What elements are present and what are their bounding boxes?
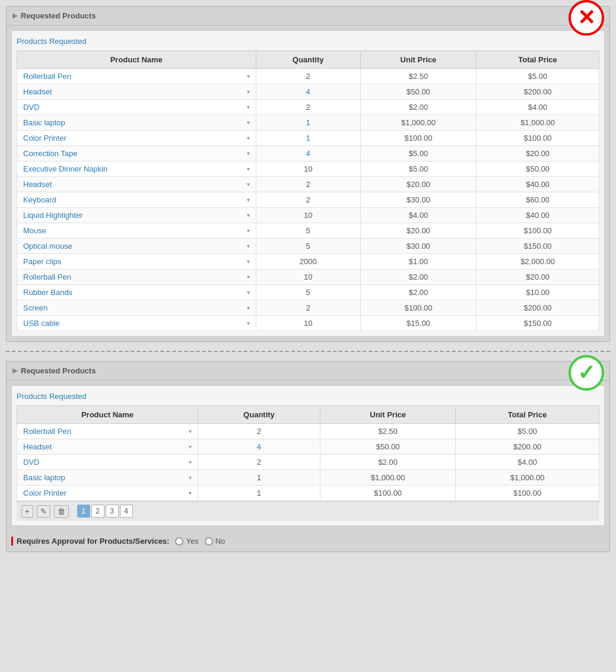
unit-price-cell: $30.00 — [360, 192, 476, 208]
product-cell[interactable]: Headset ▾ — [17, 439, 198, 455]
product-name: Paper clips — [23, 257, 61, 266]
section-divider — [6, 351, 610, 352]
product-cell[interactable]: Color Printer ▾ — [17, 131, 256, 146]
product-name: Basic laptop — [23, 473, 65, 482]
product-cell[interactable]: Rollerball Pen ▾ — [17, 69, 256, 84]
table-toolbar: + ✎ 🗑 1234 — [17, 501, 599, 521]
product-cell[interactable]: Basic laptop ▾ — [17, 470, 198, 486]
no-radio-option[interactable]: No — [205, 537, 226, 546]
product-name: Headset — [23, 180, 52, 189]
product-cell[interactable]: Liquid Highlighter ▾ — [17, 208, 256, 223]
product-cell[interactable]: Basic laptop ▾ — [17, 115, 256, 131]
total-price-cell: $5.00 — [456, 424, 599, 439]
top-table-title: Products Requested — [17, 36, 599, 47]
unit-price-cell: $20.00 — [360, 223, 476, 239]
total-price-cell: $200.00 — [477, 84, 599, 100]
unit-price-cell: $2.50 — [320, 424, 455, 439]
product-cell[interactable]: DVD ▾ — [17, 455, 198, 470]
table-row: Rollerball Pen ▾ 2 $2.50 $5.00 — [17, 424, 599, 439]
quantity-cell: 2 — [256, 69, 360, 84]
success-icon: ✓ — [577, 360, 595, 385]
approval-label: Requires Approval for Products/Services: — [11, 537, 169, 546]
add-row-button[interactable]: + — [21, 505, 33, 518]
unit-price-cell: $2.00 — [320, 455, 455, 470]
quantity-cell: 4 — [256, 84, 360, 100]
total-price-cell: $50.00 — [477, 161, 599, 177]
no-label: No — [215, 537, 226, 546]
dropdown-arrow-icon: ▾ — [247, 289, 250, 296]
product-cell[interactable]: USB cable ▾ — [17, 316, 256, 331]
product-name: Liquid Highlighter — [23, 211, 82, 220]
delete-row-button[interactable]: 🗑 — [54, 505, 69, 518]
dropdown-arrow-icon: ▾ — [247, 305, 250, 311]
dropdown-arrow-icon: ▾ — [247, 135, 250, 141]
product-cell[interactable]: Rollerball Pen ▾ — [17, 424, 198, 439]
bottom-col-quantity: Quantity — [198, 406, 320, 424]
product-name: Mouse — [23, 226, 46, 235]
product-cell[interactable]: Correction Tape ▾ — [17, 146, 256, 161]
unit-price-cell: $5.00 — [360, 146, 476, 161]
product-cell[interactable]: DVD ▾ — [17, 100, 256, 115]
top-panel-body: Products Requested Product Name Quantity… — [11, 30, 605, 337]
yes-label: Yes — [186, 537, 198, 546]
table-row: DVD ▾ 2 $2.00 $4.00 — [17, 455, 599, 470]
quantity-cell: 1 — [256, 115, 360, 131]
no-radio-circle — [205, 537, 213, 546]
product-name: DVD — [23, 458, 39, 467]
page-button-4[interactable]: 4 — [120, 505, 133, 518]
product-cell[interactable]: Keyboard ▾ — [17, 192, 256, 208]
quantity-cell: 2 — [198, 424, 320, 439]
product-cell[interactable]: Rubber Bands ▾ — [17, 285, 256, 300]
product-cell[interactable]: Optical mouse ▾ — [17, 239, 256, 254]
product-name: Rollerball Pen — [23, 427, 71, 436]
bottom-panel-title: Requested Products — [21, 366, 96, 375]
dropdown-arrow-icon: ▾ — [247, 258, 250, 265]
expand-arrow-icon-2: ▶ — [12, 367, 17, 375]
product-cell[interactable]: Mouse ▾ — [17, 223, 256, 239]
page-button-2[interactable]: 2 — [91, 505, 104, 518]
quantity-cell: 5 — [256, 239, 360, 254]
unit-price-cell: $4.00 — [360, 208, 476, 223]
page-button-3[interactable]: 3 — [106, 505, 119, 518]
product-cell[interactable]: Paper clips ▾ — [17, 254, 256, 270]
product-name: Rubber Bands — [23, 288, 72, 297]
unit-price-cell: $20.00 — [360, 177, 476, 192]
table-row: Headset ▾ 2 $20.00 $40.00 — [17, 177, 599, 192]
bottom-panel-header[interactable]: ▶ Requested Products — [7, 362, 609, 381]
total-price-cell: $100.00 — [456, 486, 599, 501]
dropdown-arrow-icon: ▾ — [247, 212, 250, 218]
total-price-cell: $200.00 — [477, 300, 599, 316]
table-row: USB cable ▾ 10 $15.00 $150.00 — [17, 316, 599, 331]
col-unit-price: Unit Price — [360, 51, 476, 69]
table-row: Paper clips ▾ 2000 $1.00 $2,000.00 — [17, 254, 599, 270]
yes-radio-option[interactable]: Yes — [175, 537, 198, 546]
bottom-col-product-name: Product Name — [17, 406, 198, 424]
edit-row-button[interactable]: ✎ — [37, 505, 50, 518]
product-cell[interactable]: Rollerball Pen ▾ — [17, 270, 256, 285]
unit-price-cell: $50.00 — [360, 84, 476, 100]
dropdown-arrow-icon: ▾ — [247, 274, 250, 280]
top-panel-header[interactable]: ▶ Requested Products — [7, 7, 609, 26]
yes-radio-circle — [175, 537, 183, 546]
product-cell[interactable]: Headset ▾ — [17, 177, 256, 192]
product-cell[interactable]: Headset ▾ — [17, 84, 256, 100]
col-quantity: Quantity — [256, 51, 360, 69]
table-row: Keyboard ▾ 2 $30.00 $60.00 — [17, 192, 599, 208]
page-button-1[interactable]: 1 — [77, 505, 90, 518]
product-name: DVD — [23, 103, 39, 112]
table-row: Basic laptop ▾ 1 $1,000.00 $1,000.00 — [17, 470, 599, 486]
total-price-cell: $40.00 — [477, 177, 599, 192]
bottom-table-header-row: Product Name Quantity Unit Price Total P… — [17, 406, 599, 424]
unit-price-cell: $100.00 — [360, 131, 476, 146]
product-cell[interactable]: Executive Dinner Napkin ▾ — [17, 161, 256, 177]
table-row: Rollerball Pen ▾ 2 $2.50 $5.00 — [17, 69, 599, 84]
total-price-cell: $10.00 — [477, 285, 599, 300]
table-row: Mouse ▾ 5 $20.00 $100.00 — [17, 223, 599, 239]
product-name: Correction Tape — [23, 149, 78, 158]
total-price-cell: $4.00 — [456, 455, 599, 470]
product-cell[interactable]: Screen ▾ — [17, 300, 256, 316]
product-name: Rollerball Pen — [23, 72, 71, 81]
top-section: ✕ ▶ Requested Products Products Requeste… — [6, 6, 610, 342]
dropdown-arrow-icon: ▾ — [189, 474, 192, 481]
product-cell[interactable]: Color Printer ▾ — [17, 486, 198, 501]
